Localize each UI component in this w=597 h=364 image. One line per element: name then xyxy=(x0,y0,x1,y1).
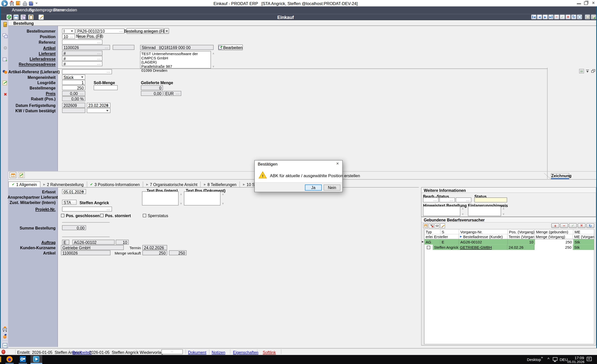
tab-positions-informationen[interactable]: ✔3 Positions-Informationen xyxy=(87,181,143,187)
scroll-up-icon[interactable]: ∧ xyxy=(221,193,225,196)
bestellmenge-input[interactable]: 250 xyxy=(62,85,85,90)
kunde-link[interactable]: GETRIEBE-GMBH xyxy=(460,245,492,249)
position-input[interactable]: 10... xyxy=(62,34,75,39)
scroll-down-icon[interactable]: ∨ xyxy=(461,213,465,215)
bearb-status-input-3[interactable]: ... xyxy=(456,197,472,202)
scroll-up-icon[interactable]: ∧ xyxy=(212,52,215,55)
create-order-button[interactable]: Bestellung anlegen (F8) xyxy=(126,28,164,34)
artikel-input[interactable]: 1100026... xyxy=(62,45,110,50)
sperrstatus-checkbox[interactable] xyxy=(143,214,146,217)
cart-icon[interactable] xyxy=(10,1,15,6)
active-app-tile[interactable] xyxy=(30,355,42,364)
restore-panel-icon[interactable] xyxy=(591,69,596,73)
firefox-icon[interactable] xyxy=(7,356,13,362)
delete-icon[interactable]: ✖ xyxy=(3,92,8,97)
text-pos-intern-textarea[interactable] xyxy=(142,191,178,206)
nav-prev-button[interactable]: ◀ xyxy=(537,14,542,19)
cancel-button[interactable]: ✖ xyxy=(565,14,571,19)
mengeneinheit-select[interactable]: Stück xyxy=(62,75,85,80)
collapse-panel-icon[interactable] xyxy=(585,69,590,73)
cart-order-icon[interactable] xyxy=(2,326,8,332)
contacts-icon[interactable] xyxy=(16,1,21,6)
dokument-link[interactable]: Dokument xyxy=(188,350,206,355)
edit-article-button[interactable]: Bearbeiten xyxy=(218,44,243,50)
document-icon[interactable] xyxy=(3,343,7,348)
wizard-icon[interactable]: ✦ xyxy=(38,14,44,20)
copy-icon[interactable] xyxy=(20,14,26,20)
col-header[interactable]: Menge (gebunden) xyxy=(535,230,573,234)
app-logo-icon[interactable] xyxy=(1,0,8,7)
image-preview-icon[interactable] xyxy=(579,69,584,73)
dialog-no-button[interactable]: Nein xyxy=(324,185,340,191)
add-box-icon[interactable]: + xyxy=(3,57,8,62)
new-position-button[interactable]: Neue Pos. (F8) xyxy=(78,33,101,39)
paste-icon[interactable] xyxy=(28,14,33,20)
lieferadresse-textarea[interactable]: TEST Unternehmenssoftware der CIMPCS Gmb… xyxy=(140,51,211,69)
chevron-expand-icon[interactable]: » xyxy=(541,355,543,359)
field-label-link[interactable]: Artikel xyxy=(9,46,56,50)
lock-icon[interactable] xyxy=(23,1,28,6)
fruit-icon[interactable] xyxy=(2,334,8,339)
apply-row-button[interactable]: ✔ xyxy=(569,223,577,228)
create-order-dropdown-button[interactable] xyxy=(164,28,169,34)
exit-door-icon[interactable] xyxy=(3,22,8,27)
toolbar-options-caret-icon[interactable] xyxy=(35,3,38,6)
fertigstellung-datum-select[interactable]: 23.02.2026 xyxy=(87,103,110,108)
col-header[interactable]: Ersteller xyxy=(433,234,459,239)
pos-storniert-checkbox[interactable] xyxy=(100,214,104,217)
table-row[interactable]: Steffen Angrick GETRIEBE-GMBH 24.02.26 2… xyxy=(424,245,594,250)
datum-bestaetigt-select[interactable] xyxy=(87,108,110,113)
col-header[interactable]: ME (Vorgang) xyxy=(573,234,594,239)
projekt-nr-input[interactable]: ... xyxy=(62,207,112,212)
cube-export-button[interactable]: ▶ xyxy=(591,14,596,19)
col-header[interactable]: Termin (Vorgang) xyxy=(507,234,535,239)
cube-button[interactable] xyxy=(585,14,590,19)
gear-icon[interactable]: ⚙ xyxy=(3,45,8,51)
lieferadresse-input[interactable]: #... xyxy=(62,56,102,61)
tab-allgemein[interactable]: ✔1 Allgemein xyxy=(8,181,40,187)
cherries-icon[interactable] xyxy=(3,69,8,74)
bearb-status-input-2[interactable]: ... xyxy=(439,197,455,202)
restore-button[interactable] xyxy=(584,2,588,5)
erfasst-date-select[interactable]: 05.01.2026 xyxy=(62,189,86,194)
bestellnummer-type-select[interactable]: I xyxy=(62,29,75,34)
remove-record-button[interactable]: − xyxy=(554,14,559,19)
field-label-link[interactable]: Rechnungsadresse xyxy=(9,62,56,66)
nav-next-button[interactable]: ▶ xyxy=(543,14,548,19)
losgroesse-input[interactable]: 1 xyxy=(62,80,85,85)
col-header[interactable]: S xyxy=(440,230,459,234)
field-label-link[interactable]: Lieferant xyxy=(9,51,56,56)
rechnungsadresse-input[interactable]: #... xyxy=(62,61,102,66)
partial-app-icon[interactable] xyxy=(0,356,1,362)
filter-remove-icon[interactable]: ✖ xyxy=(429,223,434,228)
field-label-link[interactable]: Auftrag xyxy=(9,240,56,245)
tab-organisatorische-ansicht[interactable]: ▶7 Organisatorische Ansicht xyxy=(143,181,201,187)
cancel-row-button[interactable]: ✖ xyxy=(578,223,586,228)
artikel-referenz-input[interactable]: ... xyxy=(62,69,112,74)
language-indicator[interactable]: DEU xyxy=(560,358,568,362)
col-header[interactable]: Pos. (Vorgang) xyxy=(508,230,535,234)
nav-last-button[interactable]: ▶ xyxy=(548,14,553,19)
col-header[interactable]: Vorgangs-Nr. xyxy=(459,230,508,234)
pos-geschlossen-checkbox[interactable] xyxy=(61,214,65,217)
refresh-table-button[interactable]: ↻ xyxy=(586,223,594,228)
notizen-link[interactable]: Notizen xyxy=(212,350,225,355)
scroll-down-icon[interactable]: ∨ xyxy=(212,65,215,68)
outlook-icon[interactable] xyxy=(20,356,26,362)
col-header[interactable]: ▶Bestelladresse (Kunde) xyxy=(459,234,508,239)
hinweistext-textarea[interactable] xyxy=(423,206,460,216)
tab-rahmenbestellung[interactable]: ▶2 Rahmenbestellung xyxy=(40,181,87,187)
tab-zeichnung[interactable]: Zeichnung xyxy=(551,173,569,179)
hidden-icons-chevron[interactable]: ^ xyxy=(547,357,549,361)
new-window-icon[interactable] xyxy=(13,14,19,20)
desktop-toolbar-label[interactable]: Desktop xyxy=(527,358,541,362)
menu-stammdaten[interactable]: Stammdaten xyxy=(53,8,77,12)
clock-tray[interactable]: 17:09 05.01.2026 xyxy=(567,356,584,364)
field-label-link[interactable]: Lieferadresse xyxy=(9,57,56,61)
scroll-up-icon[interactable]: ∧ xyxy=(502,207,505,210)
notes-view-button[interactable] xyxy=(18,172,25,178)
copy-window-icon[interactable] xyxy=(3,33,8,39)
scroll-down-icon[interactable]: ∨ xyxy=(221,202,225,205)
notification-center-icon[interactable] xyxy=(587,357,592,361)
wand-icon[interactable]: ✦ xyxy=(440,223,445,228)
